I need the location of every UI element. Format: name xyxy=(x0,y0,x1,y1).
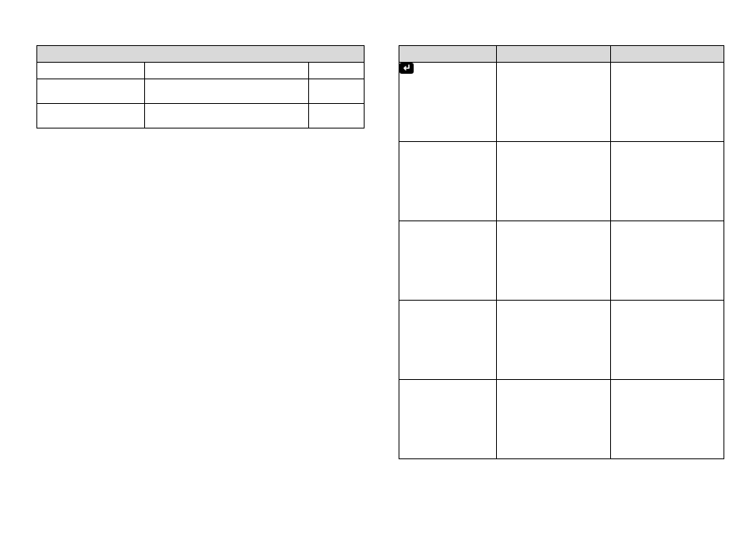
cell xyxy=(497,142,611,221)
cell xyxy=(610,221,724,301)
cell xyxy=(497,301,611,380)
left-table-header-cell xyxy=(37,46,365,63)
cell xyxy=(610,380,724,459)
right-table-header-cell xyxy=(610,46,724,63)
table-row xyxy=(37,79,365,104)
cell xyxy=(145,63,309,79)
cell xyxy=(399,63,497,142)
right-table-header-cell xyxy=(399,46,497,63)
right-table-header-cell xyxy=(497,46,611,63)
cell xyxy=(308,63,364,79)
right-table xyxy=(399,45,724,459)
cell xyxy=(145,104,309,128)
table-row xyxy=(399,221,724,301)
cell xyxy=(399,380,497,459)
cell xyxy=(610,63,724,142)
cell xyxy=(610,301,724,380)
right-table-header-row xyxy=(399,46,724,63)
cell xyxy=(497,221,611,301)
table-row xyxy=(37,63,365,79)
table-row xyxy=(399,63,724,142)
cell xyxy=(308,104,364,128)
cell xyxy=(399,142,497,221)
table-row xyxy=(399,380,724,459)
cell xyxy=(497,380,611,459)
left-table-header-row xyxy=(37,46,365,63)
left-table xyxy=(36,45,365,128)
cell xyxy=(497,63,611,142)
enter-icon xyxy=(399,63,414,74)
cell xyxy=(610,142,724,221)
page-container xyxy=(0,0,756,533)
cell xyxy=(37,63,145,79)
cell xyxy=(145,79,309,104)
table-row xyxy=(399,142,724,221)
cell xyxy=(399,221,497,301)
cell xyxy=(37,104,145,128)
table-row xyxy=(37,104,365,128)
cell xyxy=(399,301,497,380)
cell xyxy=(308,79,364,104)
table-row xyxy=(399,301,724,380)
cell xyxy=(37,79,145,104)
